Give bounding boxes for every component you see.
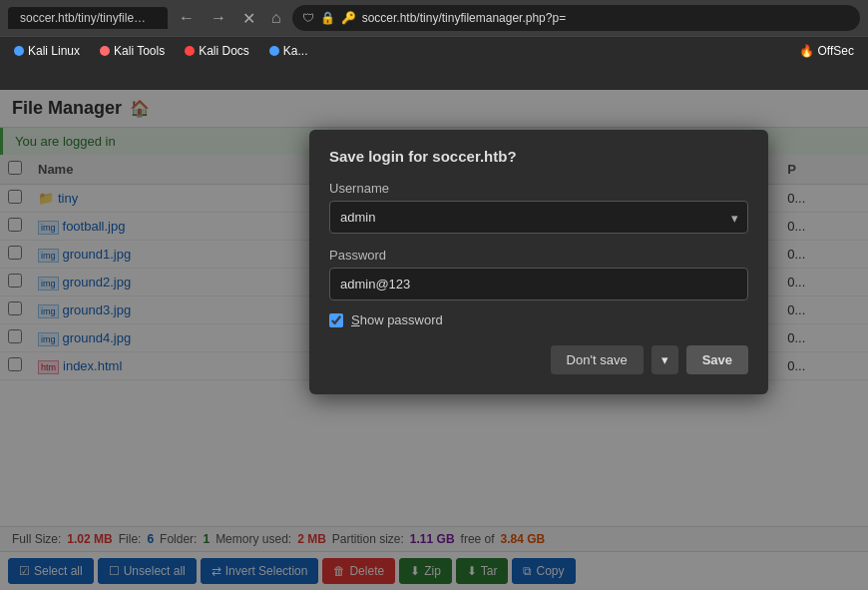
browser-chrome: soccer.htb/tiny/tinyfilemanage... ← → ✕ … bbox=[0, 0, 868, 90]
username-label: Username bbox=[329, 181, 748, 196]
show-password-checkbox[interactable] bbox=[329, 313, 343, 327]
kali-other-link[interactable]: Ka... bbox=[261, 42, 316, 60]
page-area: File Manager 🏠 You are logged in Name P … bbox=[0, 90, 868, 590]
forward-button[interactable]: → bbox=[206, 7, 231, 29]
close-button[interactable]: ✕ bbox=[237, 7, 260, 30]
shield-icon: 🛡 bbox=[302, 11, 314, 25]
address-bar[interactable]: 🛡 🔒 🔑 soccer.htb/tiny/tinyfilemanager.ph… bbox=[292, 5, 860, 31]
dialog-title: Save login for soccer.htb? bbox=[329, 148, 748, 165]
kali-tools-icon bbox=[100, 46, 110, 56]
password-input[interactable] bbox=[329, 268, 748, 300]
offsec-label: OffSec bbox=[818, 44, 854, 58]
show-password-row: Show password bbox=[329, 312, 748, 327]
browser-titlebar: soccer.htb/tiny/tinyfilemanage... ← → ✕ … bbox=[0, 0, 868, 36]
kali-docs-label: Kali Docs bbox=[199, 44, 249, 58]
show-password-text: how password bbox=[360, 312, 443, 327]
kali-docs-link[interactable]: Kali Docs bbox=[177, 42, 257, 60]
show-password-underline: S bbox=[351, 312, 360, 327]
kali-linux-link[interactable]: Kali Linux bbox=[6, 42, 88, 60]
lock-icon: 🔒 bbox=[320, 11, 335, 25]
key-icon: 🔑 bbox=[341, 11, 356, 25]
password-label: Password bbox=[329, 248, 748, 263]
home-button[interactable]: ⌂ bbox=[266, 7, 286, 29]
save-login-dialog: Save login for soccer.htb? Username admi… bbox=[309, 130, 768, 394]
username-select[interactable]: admin bbox=[329, 201, 748, 234]
kali-tools-label: Kali Tools bbox=[114, 44, 165, 58]
save-button[interactable]: Save bbox=[686, 345, 748, 374]
browser-toolbar: Kali Linux Kali Tools Kali Docs Ka... 🔥 … bbox=[0, 36, 868, 64]
username-select-wrap: admin ▾ bbox=[329, 201, 748, 234]
kali-other-label: Ka... bbox=[283, 44, 308, 58]
kali-other-icon bbox=[269, 46, 279, 56]
dropdown-arrow-button[interactable]: ▾ bbox=[651, 345, 678, 374]
kali-linux-label: Kali Linux bbox=[28, 44, 80, 58]
tab-label: soccer.htb/tiny/tinyfilemanage... bbox=[20, 11, 168, 25]
dont-save-label: Don't save bbox=[567, 352, 628, 367]
save-label: Save bbox=[702, 352, 732, 367]
show-password-label: Show password bbox=[351, 312, 443, 327]
url-text: soccer.htb/tiny/tinyfilemanager.php?p= bbox=[362, 11, 566, 25]
kali-tools-link[interactable]: Kali Tools bbox=[92, 42, 173, 60]
back-button[interactable]: ← bbox=[174, 7, 200, 29]
offsec-link[interactable]: 🔥 OffSec bbox=[791, 42, 862, 60]
kali-docs-icon bbox=[185, 46, 195, 56]
dialog-actions: Don't save ▾ Save bbox=[329, 345, 748, 374]
offsec-icon: 🔥 bbox=[799, 44, 814, 58]
browser-tab[interactable]: soccer.htb/tiny/tinyfilemanage... bbox=[8, 7, 168, 29]
kali-linux-icon bbox=[14, 46, 24, 56]
dont-save-button[interactable]: Don't save bbox=[551, 345, 644, 374]
